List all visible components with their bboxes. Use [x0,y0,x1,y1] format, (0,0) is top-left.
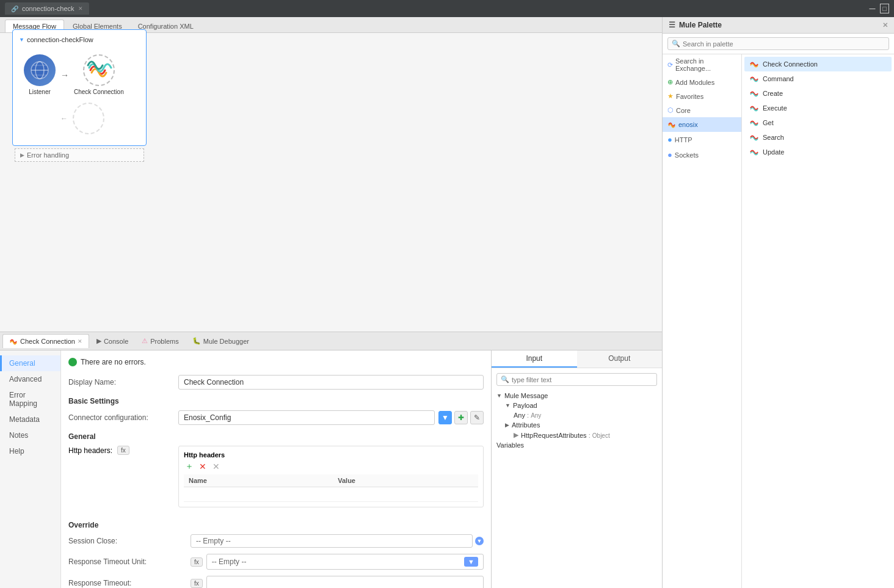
palette-title: Mule Palette [679,21,722,29]
http-headers-section: Http headers ＋ ✕ ✕ Name Value [178,446,484,507]
minimize-icon[interactable]: ─ [869,4,875,13]
connector-input[interactable] [178,410,435,425]
palette-nav-add-modules[interactable]: ⊕ Add Modules [663,75,741,89]
flow-name: connection-checkFlow [27,36,93,43]
palette-execute-label: Execute [763,104,787,112]
palette-item-search[interactable]: Search [744,130,892,145]
basic-settings-title: Basic Settings [68,397,484,405]
green-dot-icon [68,358,77,366]
listener-label: Listener [29,89,51,95]
core-label: Core [676,107,691,114]
payload-label: Payload [513,402,537,409]
value-col-header: Value [333,474,478,487]
favorites-icon: ★ [667,92,674,100]
http-headers-section-title: Http headers [184,451,478,459]
palette-close-btn[interactable]: ✕ [882,21,888,29]
flow-expand-icon[interactable]: ▼ [19,37,24,43]
maximize-icon[interactable]: □ [880,4,889,13]
top-bar: 🔗 connection-check ✕ ─ □ [0,0,894,17]
connector-edit-btn[interactable]: ✎ [470,411,484,424]
palette-nav-sockets[interactable]: ● Sockets [663,147,741,162]
palette-command-icon [749,74,759,84]
palette-item-execute[interactable]: Execute [744,101,892,115]
error-expand-icon: ▶ [20,152,24,158]
main-tab[interactable]: 🔗 connection-check ✕ [5,2,89,15]
add-header-btn[interactable]: ＋ [184,461,195,472]
delete-header-btn[interactable]: ✕ [197,461,208,472]
check-connection-icon [83,54,115,86]
tab-check-connection-close[interactable]: ✕ [78,338,82,344]
palette-nav-core[interactable]: ⬡ Core [663,103,741,117]
palette-item-update[interactable]: Update [744,145,892,159]
payload-expand[interactable]: ▼ [505,402,511,408]
core-icon: ⬡ [667,106,674,114]
delete-all-btn[interactable]: ✕ [211,461,222,472]
palette-item-check-connection[interactable]: Check Connection [744,57,892,71]
no-errors-text: There are no errors. [81,358,146,366]
debugger-icon: 🐛 [192,337,201,345]
bottom-panel: Check Connection ✕ ▶ Console ⚠ Problems … [0,332,662,588]
http-headers-fx[interactable]: fx [117,446,129,455]
tab-output[interactable]: Output [577,350,663,368]
filter-input[interactable] [512,376,653,383]
response-timeout-fx[interactable]: fx [191,579,203,588]
palette-nav-http[interactable]: ● HTTP [663,132,741,147]
session-close-row: Session Close: -- Empty -- ▼ [68,534,484,548]
palette-items: Check Connection Command Create [742,54,894,588]
connector-select-btn[interactable]: ▼ [438,411,452,424]
tree-http-request: ▶ HttpRequestAttributes : Object [505,430,657,440]
sidebar-general[interactable]: General [0,355,60,371]
tab-check-connection-label: Check Connection [20,338,75,345]
palette-item-get[interactable]: Get [744,115,892,130]
response-timeout-unit-select[interactable]: -- Empty -- ▼ [206,554,484,570]
tab-check-connection[interactable]: Check Connection ✕ [2,334,89,348]
sidebar-notes[interactable]: Notes [0,427,60,443]
palette-nav-enosix[interactable]: enosix [663,117,741,132]
check-connection-label: Check Connection [74,89,124,95]
props-sidebar: General Advanced Error Mapping Metadata … [0,350,61,588]
response-timeout-input[interactable] [206,576,484,588]
add-modules-icon: ⊕ [667,78,673,86]
tab-mule-debugger[interactable]: 🐛 Mule Debugger [186,335,255,347]
palette-item-command[interactable]: Command [744,71,892,86]
check-connection-node[interactable]: Check Connection [74,54,124,95]
tab-icon: 🔗 [11,5,18,12]
palette-search-label: Search [763,134,784,141]
display-name-input[interactable] [178,375,484,390]
session-close-select[interactable]: -- Empty -- [191,534,473,548]
sidebar-metadata[interactable]: Metadata [0,412,60,427]
palette-header: ☰ Mule Palette ✕ [663,17,894,34]
tree-mule-message: ▼ Mule Message [496,391,657,401]
palette-nav-favorites[interactable]: ★ Favorites [663,89,741,103]
tab-console[interactable]: ▶ Console [90,335,134,347]
empty-header-row [184,487,478,502]
tab-input[interactable]: Input [492,350,577,368]
listener-node[interactable]: Listener [24,54,56,95]
palette-create-icon [749,89,759,98]
connector-add-btn[interactable]: ✚ [454,411,468,424]
error-handling[interactable]: ▶ Error handling [15,148,144,162]
palette-item-create[interactable]: Create [744,86,892,101]
tab-close-btn[interactable]: ✕ [78,5,83,12]
io-content: 🔍 ▼ Mule Message ▼ Payload [492,368,662,588]
mule-message-label: Mule Message [504,392,548,399]
exchange-icon: ⟳ [667,61,673,69]
tab-problems[interactable]: ⚠ Problems [136,335,184,347]
response-timeout-unit-dropdown-btn[interactable]: ▼ [464,557,478,567]
override-title: Override [68,521,484,529]
mule-message-expand[interactable]: ▼ [496,393,502,399]
sidebar-help[interactable]: Help [0,443,60,459]
palette-command-label: Command [763,75,794,82]
palette-nav-exchange[interactable]: ⟳ Search in Exchange... [663,54,741,75]
response-timeout-unit-fx[interactable]: fx [191,557,203,567]
table-buttons: ＋ ✕ ✕ [184,461,478,472]
error-handling-label: Error handling [27,151,69,159]
flow-diagram: ▼ connection-checkFlow [12,29,147,164]
attributes-expand[interactable]: ▶ [505,422,509,428]
sidebar-error-mapping[interactable]: Error Mapping [0,387,60,412]
response-timeout-label: Response Timeout: [68,579,191,587]
palette-search-input[interactable] [683,40,885,48]
session-close-arrow[interactable]: ▼ [475,537,484,545]
attributes-label: Attributes [512,421,540,429]
sidebar-advanced[interactable]: Advanced [0,371,60,387]
